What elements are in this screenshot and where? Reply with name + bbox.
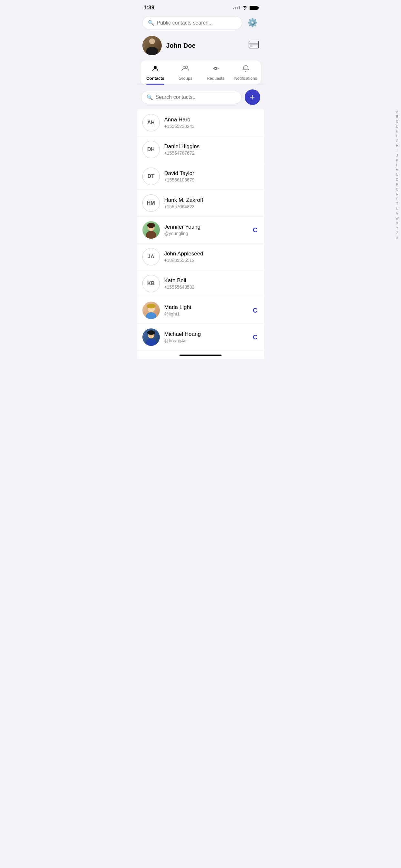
settings-button[interactable]: ⚙️ bbox=[246, 17, 259, 29]
contact-info: Anna Haro +15555228243 bbox=[164, 117, 259, 129]
contact-avatar bbox=[143, 302, 160, 319]
contact-item[interactable]: HM Hank M. Zakroff +15557664823 bbox=[137, 190, 264, 217]
contact-info: Kate Bell +15555648583 bbox=[164, 277, 259, 290]
svg-point-4 bbox=[183, 66, 185, 68]
contact-avatar: HM bbox=[143, 194, 160, 212]
contact-avatar bbox=[143, 221, 160, 239]
contact-item[interactable]: KB Kate Bell +15555648583 bbox=[137, 270, 264, 297]
add-contact-button[interactable]: + bbox=[245, 89, 260, 105]
svg-rect-1 bbox=[249, 43, 258, 44]
status-icons bbox=[233, 5, 258, 11]
svg-point-14 bbox=[147, 304, 156, 308]
avatar-image bbox=[143, 36, 162, 55]
contact-item[interactable]: AH Anna Haro +15555228243 bbox=[137, 110, 264, 136]
contact-name: Anna Haro bbox=[164, 117, 259, 123]
tabs-container: Contacts Groups Requests Notifications bbox=[141, 60, 261, 85]
contacts-list: AH Anna Haro +15555228243 DH Daniel Higg… bbox=[137, 110, 264, 351]
contact-sub: +15554787672 bbox=[164, 151, 259, 156]
search-contacts-input[interactable] bbox=[156, 94, 236, 100]
contact-badge: C bbox=[253, 307, 257, 314]
svg-point-5 bbox=[186, 66, 188, 68]
svg-point-18 bbox=[147, 330, 155, 335]
wallet-icon bbox=[249, 41, 259, 51]
contact-sub: +15557664823 bbox=[164, 204, 259, 209]
public-search-input-wrap[interactable]: 🔍 bbox=[143, 16, 242, 29]
contact-sub: +15556106679 bbox=[164, 177, 259, 182]
contact-info: Jennifer Young @youngling bbox=[164, 224, 249, 236]
user-name: John Doe bbox=[166, 42, 196, 50]
status-bar: 1:39 bbox=[137, 0, 264, 13]
signal-icon bbox=[233, 6, 240, 9]
contact-sub: @hoang4e bbox=[164, 338, 249, 343]
contact-avatar: DT bbox=[143, 167, 160, 185]
search-icon: 🔍 bbox=[148, 20, 154, 26]
svg-point-12 bbox=[146, 312, 156, 319]
home-indicator bbox=[137, 351, 264, 359]
svg-point-10 bbox=[147, 223, 155, 228]
contact-info: Maria Light @light1 bbox=[164, 304, 249, 316]
svg-rect-2 bbox=[250, 45, 252, 46]
contact-info: Hank M. Zakroff +15557664823 bbox=[164, 197, 259, 209]
avatar[interactable] bbox=[143, 36, 162, 55]
tab-contacts-label: Contacts bbox=[146, 76, 164, 81]
contact-sub: +15555648583 bbox=[164, 284, 259, 290]
contact-name: Michael Hoang bbox=[164, 331, 249, 337]
contact-sub: @light1 bbox=[164, 311, 249, 316]
contact-item[interactable]: Michael Hoang @hoang4e C bbox=[137, 324, 264, 351]
contact-name: Kate Bell bbox=[164, 277, 259, 284]
contact-item[interactable]: Jennifer Young @youngling C bbox=[137, 217, 264, 244]
contact-item[interactable]: DT David Taylor +15556106679 bbox=[137, 163, 264, 190]
tab-groups-label: Groups bbox=[179, 76, 192, 81]
public-search-row: 🔍 ⚙️ bbox=[137, 13, 264, 33]
tab-groups[interactable]: Groups bbox=[171, 65, 201, 85]
contact-avatar: KB bbox=[143, 275, 160, 292]
contact-avatar: AH bbox=[143, 114, 160, 131]
contact-name: David Taylor bbox=[164, 170, 259, 177]
battery-icon bbox=[250, 6, 258, 10]
groups-icon bbox=[181, 65, 189, 74]
tab-active-indicator bbox=[146, 84, 164, 85]
contact-item[interactable]: DH Daniel Higgins +15554787672 bbox=[137, 136, 264, 163]
contact-avatar: DH bbox=[143, 141, 160, 158]
contact-info: Michael Hoang @hoang4e bbox=[164, 331, 249, 343]
contact-name: Hank M. Zakroff bbox=[164, 197, 259, 204]
contact-item[interactable]: JA John Appleseed +18885555512 bbox=[137, 244, 264, 270]
search-contacts-row: 🔍 + bbox=[137, 85, 264, 110]
requests-icon bbox=[212, 65, 220, 74]
contact-badge: C bbox=[253, 226, 257, 234]
contacts-icon bbox=[152, 65, 159, 74]
user-profile-row: John Doe bbox=[137, 33, 264, 60]
user-info: John Doe bbox=[143, 36, 196, 55]
home-bar bbox=[180, 354, 221, 356]
search-contacts-icon: 🔍 bbox=[147, 94, 153, 100]
tab-contacts[interactable]: Contacts bbox=[141, 65, 171, 85]
tab-notifications[interactable]: Notifications bbox=[230, 65, 260, 85]
contact-avatar bbox=[143, 329, 160, 346]
status-time: 1:39 bbox=[144, 4, 155, 11]
tab-requests-label: Requests bbox=[207, 76, 224, 81]
tab-requests[interactable]: Requests bbox=[201, 65, 230, 85]
wifi-icon bbox=[242, 5, 248, 11]
add-icon: + bbox=[250, 93, 255, 102]
search-contacts-input-wrap[interactable]: 🔍 bbox=[141, 91, 242, 104]
svg-point-6 bbox=[215, 67, 217, 69]
contact-info: John Appleseed +18885555512 bbox=[164, 251, 259, 263]
gear-icon: ⚙️ bbox=[247, 18, 258, 27]
contact-badge: C bbox=[253, 334, 257, 341]
contact-avatar: JA bbox=[143, 248, 160, 266]
contact-info: David Taylor +15556106679 bbox=[164, 170, 259, 182]
contact-name: Jennifer Young bbox=[164, 224, 249, 230]
contact-name: Maria Light bbox=[164, 304, 249, 311]
tab-notifications-label: Notifications bbox=[234, 76, 257, 81]
contact-item[interactable]: Maria Light @light1 C bbox=[137, 297, 264, 324]
svg-point-16 bbox=[146, 339, 156, 346]
wallet-button[interactable] bbox=[249, 41, 259, 51]
svg-point-8 bbox=[146, 231, 156, 239]
contact-name: John Appleseed bbox=[164, 251, 259, 257]
svg-point-3 bbox=[154, 66, 157, 68]
contact-info: Daniel Higgins +15554787672 bbox=[164, 144, 259, 156]
contact-sub: @youngling bbox=[164, 231, 249, 236]
contact-sub: +18885555512 bbox=[164, 258, 259, 263]
public-search-field[interactable] bbox=[157, 20, 237, 26]
contact-sub: +15555228243 bbox=[164, 124, 259, 129]
